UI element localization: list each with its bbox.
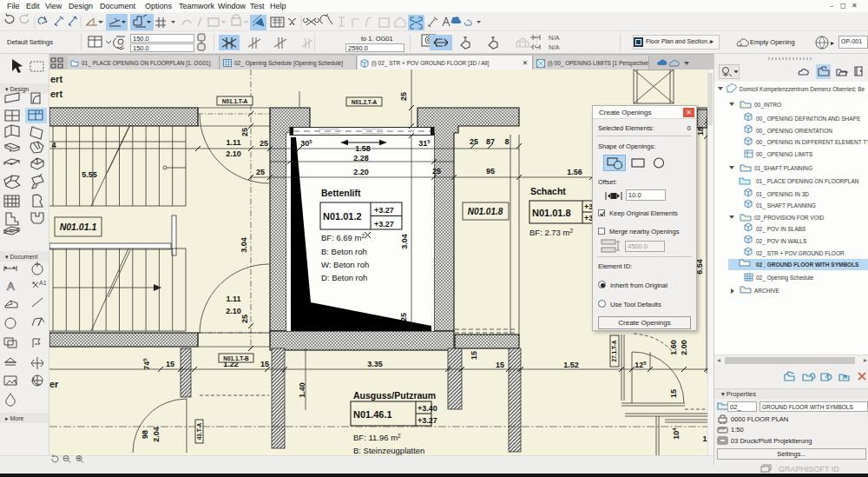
svg-text:BF: 11.96 m2: BF: 11.96 m2 [353, 433, 401, 442]
svg-text:5.55: 5.55 [82, 170, 97, 179]
svg-text:18: 18 [696, 127, 705, 136]
svg-text:1.58: 1.58 [355, 144, 371, 153]
svg-text:25: 25 [240, 315, 249, 323]
svg-text:Ausguss/Putzraum: Ausguss/Putzraum [353, 390, 436, 401]
svg-text:25: 25 [240, 128, 249, 136]
svg-text:125: 125 [635, 361, 647, 369]
svg-text:+3.27: +3.27 [418, 416, 437, 425]
svg-text:A1: A1 [39, 280, 47, 286]
svg-text:1.56: 1.56 [567, 168, 582, 176]
svg-text:N01.01.8: N01.01.8 [468, 207, 503, 216]
svg-text:D: Beton roh: D: Beton roh [321, 273, 367, 282]
svg-text:N01.46.1: N01.46.1 [353, 409, 392, 420]
svg-text:ert: ert [50, 74, 62, 84]
svg-text:1.40: 1.40 [298, 382, 306, 398]
svg-text:1.52: 1.52 [563, 361, 579, 369]
svg-text:N01.1.T-A: N01.1.T-A [222, 98, 248, 104]
svg-text:A: A [7, 280, 15, 293]
svg-text:15: 15 [260, 360, 269, 368]
svg-text:1: 1 [702, 434, 707, 443]
svg-text:BF: 6.69 m2: BF: 6.69 m2 [321, 233, 365, 242]
svg-text:2.10: 2.10 [226, 149, 241, 158]
svg-text:+3.27: +3.27 [374, 220, 394, 229]
svg-text:er: er [49, 379, 59, 389]
svg-text:3.35: 3.35 [367, 360, 383, 368]
svg-text:▾ Document: ▾ Document [5, 254, 37, 260]
svg-text:1.11: 1.11 [226, 295, 240, 303]
svg-text:Schacht: Schacht [530, 186, 566, 196]
svg-text:N01.2.T-A: N01.2.T-A [352, 99, 378, 105]
svg-text:+3.27: +3.27 [374, 206, 394, 215]
svg-text:3.04: 3.04 [400, 234, 409, 249]
svg-text:1.11: 1.11 [226, 138, 240, 147]
svg-text:ert: ert [50, 89, 62, 99]
svg-text:745: 745 [142, 358, 151, 370]
svg-text:BF: 2.73 m2: BF: 2.73 m2 [529, 228, 573, 237]
svg-text:95: 95 [486, 167, 495, 176]
svg-text:B: Beton roh: B: Beton roh [321, 247, 367, 256]
svg-text:GRAPHISOFT ID: GRAPHISOFT ID [779, 465, 839, 474]
svg-text:2.00: 2.00 [680, 340, 688, 355]
svg-text:2.04: 2.04 [152, 427, 161, 442]
svg-text:Bettenlift: Bettenlift [321, 188, 361, 198]
svg-text:104: 104 [672, 427, 681, 440]
svg-text:25: 25 [399, 92, 408, 101]
svg-text:2.28: 2.28 [353, 154, 369, 162]
svg-text:N01.01.8: N01.01.8 [532, 208, 571, 218]
svg-text:8: 8 [504, 137, 509, 146]
svg-text:27.1.T-A: 27.1.T-A [611, 340, 617, 361]
svg-text:4: 4 [51, 141, 56, 149]
svg-text:43.T-A: 43.T-A [196, 422, 202, 440]
svg-text:15: 15 [166, 360, 174, 368]
svg-text:25: 25 [399, 313, 408, 321]
svg-text:N01.01.1: N01.01.1 [60, 222, 97, 232]
svg-text:2.20: 2.20 [353, 168, 369, 176]
svg-text:25: 25 [256, 168, 265, 176]
svg-text:25: 25 [432, 167, 441, 176]
svg-text:▸ More: ▸ More [5, 415, 24, 421]
svg-text:+3.40: +3.40 [418, 404, 437, 413]
svg-text:B: Steinzeugplatten: B: Steinzeugplatten [353, 446, 424, 455]
svg-text:N01.01.2: N01.01.2 [323, 211, 362, 222]
svg-text:W: Beton roh: W: Beton roh [321, 260, 369, 269]
svg-text:98: 98 [141, 430, 149, 439]
svg-text:2.10: 2.10 [226, 307, 241, 315]
svg-text:15: 15 [669, 389, 678, 398]
svg-text:▾ Design: ▾ Design [5, 86, 29, 93]
svg-text:15: 15 [496, 361, 504, 369]
svg-text:1.60: 1.60 [669, 340, 678, 355]
svg-text:87: 87 [486, 137, 495, 146]
svg-text:3.04: 3.04 [240, 237, 248, 253]
svg-text:N01.1.T-B: N01.1.T-B [223, 355, 249, 361]
svg-text:15: 15 [470, 351, 478, 360]
svg-text:25: 25 [470, 137, 478, 146]
svg-text:25: 25 [260, 139, 268, 148]
